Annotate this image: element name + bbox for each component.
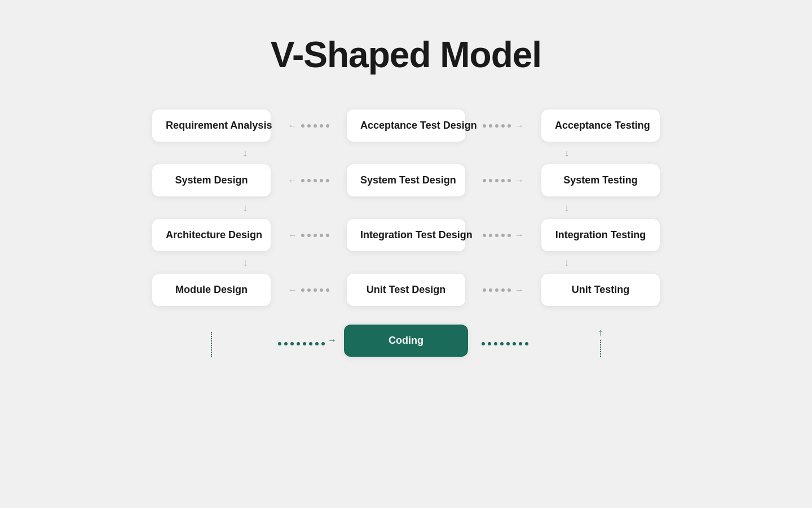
dot bbox=[307, 234, 311, 237]
connector-left-3: ← bbox=[271, 285, 347, 295]
connector-right-2: → bbox=[465, 230, 541, 240]
dot bbox=[301, 124, 304, 128]
left-vertical-line bbox=[211, 332, 212, 357]
dot bbox=[508, 288, 511, 292]
green-dot bbox=[297, 342, 300, 345]
green-dot bbox=[513, 342, 516, 345]
down-arrow-left-1: ↓ bbox=[186, 202, 304, 214]
dot bbox=[326, 179, 329, 182]
dot bbox=[483, 288, 486, 292]
box-architecture-design: Architecture Design bbox=[152, 219, 271, 251]
dot bbox=[501, 124, 505, 128]
green-dot bbox=[284, 342, 288, 345]
right-vertical-line bbox=[600, 340, 601, 357]
dot bbox=[501, 234, 505, 237]
coding-section: → Coding ↑ bbox=[152, 306, 660, 357]
down-arrow-left-2: ↓ bbox=[186, 257, 304, 269]
green-dot bbox=[321, 342, 325, 345]
arrow-right-0: → bbox=[515, 121, 524, 131]
arrow-right-3: → bbox=[515, 285, 524, 295]
green-dot bbox=[290, 342, 294, 345]
page: V-Shaped Model Requirement Analysis ← Ac… bbox=[0, 0, 812, 508]
dot bbox=[489, 124, 492, 128]
dot bbox=[326, 124, 329, 128]
down-arrow-left-0: ↓ bbox=[186, 147, 304, 159]
connector-right-3: → bbox=[465, 285, 541, 295]
dot bbox=[307, 288, 311, 292]
box-system-design: System Design bbox=[152, 164, 271, 196]
green-dot bbox=[519, 342, 522, 345]
dot bbox=[508, 124, 511, 128]
box-integration-testing: Integration Testing bbox=[541, 219, 660, 251]
dot bbox=[320, 179, 323, 182]
green-dot bbox=[494, 342, 497, 345]
dot bbox=[314, 288, 317, 292]
box-acceptance-testing: Acceptance Testing bbox=[541, 110, 660, 142]
dot bbox=[495, 124, 498, 128]
up-arrow-coding: ↑ bbox=[598, 327, 603, 339]
row-3: Module Design ← Unit Test Design → Unit … bbox=[152, 274, 660, 306]
arrow-left-0: ← bbox=[288, 121, 297, 131]
dot bbox=[495, 288, 498, 292]
connector-right-0: → bbox=[465, 121, 541, 131]
dot bbox=[307, 124, 311, 128]
dot bbox=[483, 179, 486, 182]
arrow-right-2: → bbox=[515, 230, 524, 240]
green-dot bbox=[506, 342, 510, 345]
dot bbox=[326, 234, 329, 237]
box-unit-testing: Unit Testing bbox=[541, 274, 660, 306]
green-dot bbox=[303, 342, 306, 345]
dot bbox=[501, 288, 505, 292]
row-2: Architecture Design ← Integration Test D… bbox=[152, 219, 660, 251]
right-coding-connector: ↑ bbox=[541, 327, 660, 357]
connector-right-1: → bbox=[465, 176, 541, 186]
left-coding-connector bbox=[152, 332, 271, 357]
connector-left-0: ← bbox=[271, 121, 347, 131]
dot bbox=[314, 124, 317, 128]
arrow-left-3: ← bbox=[288, 285, 297, 295]
connector-left-1: ← bbox=[271, 176, 347, 186]
dot bbox=[326, 288, 329, 292]
dot bbox=[320, 288, 323, 292]
right-h-dots bbox=[468, 342, 541, 357]
arrow-left-1: ← bbox=[288, 176, 297, 186]
dot bbox=[483, 234, 486, 237]
box-module-design: Module Design bbox=[152, 274, 271, 306]
row-1: System Design ← System Test Design → Sys… bbox=[152, 164, 660, 196]
diagram: Requirement Analysis ← Acceptance Test D… bbox=[152, 110, 660, 357]
dot bbox=[508, 234, 511, 237]
connector-left-2: ← bbox=[271, 230, 347, 240]
dot bbox=[301, 288, 304, 292]
down-row-2: ↓ ↓ bbox=[152, 251, 660, 274]
dot bbox=[483, 124, 486, 128]
green-dot bbox=[309, 342, 312, 345]
green-dot bbox=[488, 342, 491, 345]
row-0: Requirement Analysis ← Acceptance Test D… bbox=[152, 110, 660, 142]
arrow-left-2: ← bbox=[288, 230, 297, 240]
box-system-testing: System Testing bbox=[541, 164, 660, 196]
left-h-dots: → bbox=[271, 335, 344, 357]
box-acceptance-test-design: Acceptance Test Design bbox=[347, 110, 465, 142]
box-requirement-analysis: Requirement Analysis bbox=[152, 110, 271, 142]
down-arrow-right-2: ↓ bbox=[508, 257, 626, 269]
green-dot bbox=[482, 342, 485, 345]
green-dot bbox=[525, 342, 528, 345]
dot bbox=[320, 234, 323, 237]
dot bbox=[489, 179, 492, 182]
box-system-test-design: System Test Design bbox=[347, 164, 465, 196]
green-dot bbox=[500, 342, 504, 345]
dot bbox=[314, 234, 317, 237]
down-arrow-right-0: ↓ bbox=[508, 147, 626, 159]
dot bbox=[489, 288, 492, 292]
box-coding: Coding bbox=[344, 325, 468, 357]
dot bbox=[301, 234, 304, 237]
green-dot bbox=[278, 342, 281, 345]
down-row-1: ↓ ↓ bbox=[152, 196, 660, 219]
dot bbox=[501, 179, 505, 182]
page-title: V-Shaped Model bbox=[271, 34, 541, 76]
dot bbox=[489, 234, 492, 237]
dot bbox=[495, 179, 498, 182]
box-unit-test-design: Unit Test Design bbox=[347, 274, 465, 306]
dot bbox=[320, 124, 323, 128]
green-dot bbox=[315, 342, 319, 345]
